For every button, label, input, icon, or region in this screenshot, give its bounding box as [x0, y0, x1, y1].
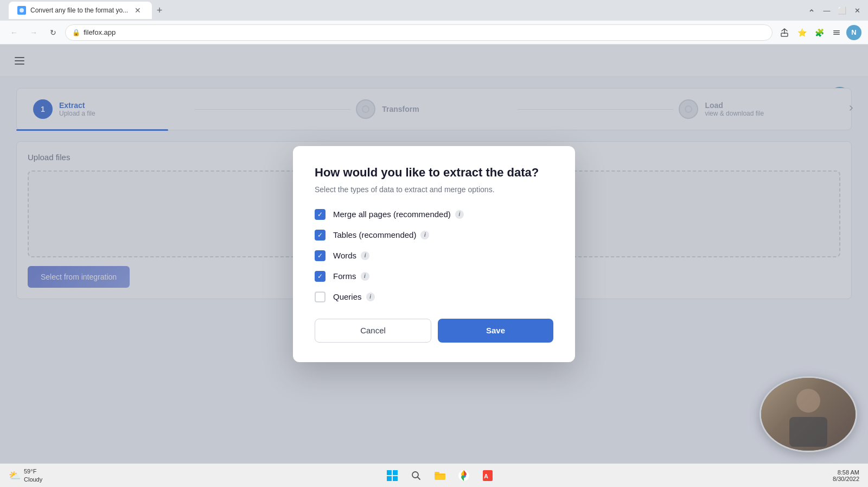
svg-rect-9	[387, 470, 392, 475]
tab-title: Convert any file to the format yo...	[30, 7, 128, 14]
active-tab[interactable]: Convert any file to the format yo... ✕	[9, 2, 152, 19]
info-icon-queries[interactable]: i	[366, 293, 375, 301]
taskbar-center: A	[51, 465, 828, 486]
address-bar[interactable]: 🔒 filefox.app	[65, 24, 773, 41]
checkbox-label-queries: Queries i	[333, 292, 375, 301]
svg-point-0	[20, 8, 24, 12]
info-icon-tables[interactable]: i	[420, 231, 429, 239]
svg-rect-12	[393, 476, 398, 481]
checkbox-label-words: Words i	[333, 251, 369, 260]
browser-profile-button[interactable]: N	[846, 25, 861, 40]
info-icon-words[interactable]: i	[361, 251, 369, 260]
weather-widget: ⛅ 59°F Cloudy	[9, 467, 42, 483]
checkbox-tables[interactable]: ✓	[315, 230, 326, 241]
checkbox-label-forms: Forms i	[333, 271, 369, 281]
extract-dialog: How would you like to extract the data? …	[293, 146, 575, 362]
window-minimize-button[interactable]: —	[820, 4, 833, 17]
info-icon-merge-all[interactable]: i	[455, 210, 464, 219]
checkbox-row-words: ✓ Words i	[315, 250, 553, 261]
svg-rect-10	[393, 470, 398, 475]
tab-close-button[interactable]: ✕	[132, 5, 143, 16]
checkbox-label-merge-all: Merge all pages (recommended) i	[333, 210, 464, 219]
title-bar: Convert any file to the format yo... ✕ +…	[0, 0, 868, 21]
checkmark-icon: ✓	[317, 232, 323, 238]
taskbar-right: 8:58 AM 8/30/2022	[833, 469, 859, 482]
checkbox-queries[interactable]	[315, 292, 326, 302]
file-explorer-button[interactable]	[430, 465, 450, 486]
window-maximize-button[interactable]: ⬜	[835, 4, 848, 17]
address-text: filefox.app	[84, 28, 116, 36]
dialog-actions: Cancel Save	[315, 319, 553, 343]
forward-button[interactable]: →	[26, 25, 41, 40]
acrobat-button[interactable]: A	[477, 465, 498, 486]
toolbar-actions: ⭐ 🧩 N	[777, 25, 861, 40]
cancel-button[interactable]: Cancel	[315, 319, 431, 343]
share-button[interactable]	[777, 25, 792, 40]
clock-time: 8:58 AM	[833, 469, 859, 476]
window-minimize-button[interactable]	[805, 4, 818, 17]
tab-favicon	[17, 6, 26, 15]
extensions-button[interactable]: 🧩	[812, 25, 827, 40]
start-button[interactable]	[382, 465, 403, 486]
checkbox-row-queries: Queries i	[315, 292, 553, 302]
checkbox-row-tables: ✓ Tables (recommended) i	[315, 230, 553, 241]
checkmark-icon: ✓	[317, 273, 323, 280]
browser-menu-button[interactable]	[829, 25, 844, 40]
checkmark-icon: ✓	[317, 211, 323, 218]
checkbox-label-tables: Tables (recommended) i	[333, 230, 429, 239]
weather-condition: Cloudy	[24, 476, 42, 483]
svg-text:A: A	[484, 473, 488, 479]
new-tab-button[interactable]: +	[152, 3, 167, 18]
checkbox-forms[interactable]: ✓	[315, 271, 326, 282]
page-content: N 1 Extract Upload a file Tran	[0, 45, 868, 463]
checkbox-merge-all[interactable]: ✓	[315, 209, 326, 220]
browser-toolbar: ← → ↻ 🔒 filefox.app ⭐ 🧩 N	[0, 21, 868, 45]
dialog-subtitle: Select the types of data to extract and …	[315, 185, 553, 194]
modal-overlay: How would you like to extract the data? …	[0, 45, 868, 463]
checkmark-icon: ✓	[317, 252, 323, 259]
weather-icon: ⛅	[9, 470, 21, 482]
weather-info: 59°F Cloudy	[24, 467, 42, 483]
tab-bar: Convert any file to the format yo... ✕ +	[4, 2, 799, 19]
save-button[interactable]: Save	[438, 319, 553, 343]
bookmark-button[interactable]: ⭐	[794, 25, 809, 40]
window-controls: — ⬜ ✕	[805, 4, 864, 17]
weather-temp: 59°F	[24, 467, 42, 475]
chrome-button[interactable]	[454, 465, 474, 486]
checkbox-row-merge-all: ✓ Merge all pages (recommended) i	[315, 209, 553, 220]
svg-rect-11	[387, 476, 392, 481]
svg-rect-2	[833, 30, 840, 31]
clock-date: 8/30/2022	[833, 476, 859, 482]
svg-point-13	[412, 472, 418, 478]
time-widget: 8:58 AM 8/30/2022	[833, 469, 859, 482]
window-close-button[interactable]: ✕	[851, 4, 864, 17]
refresh-button[interactable]: ↻	[46, 25, 61, 40]
svg-rect-3	[833, 32, 840, 33]
dialog-title: How would you like to extract the data?	[315, 166, 553, 180]
svg-rect-15	[435, 472, 439, 474]
svg-rect-4	[833, 34, 840, 35]
back-button[interactable]: ←	[7, 25, 22, 40]
checkbox-words[interactable]: ✓	[315, 250, 326, 261]
taskbar-search-button[interactable]	[406, 465, 426, 486]
checkbox-row-forms: ✓ Forms i	[315, 271, 553, 282]
info-icon-forms[interactable]: i	[361, 272, 369, 281]
lock-icon: 🔒	[72, 29, 80, 36]
taskbar: ⛅ 59°F Cloudy	[0, 463, 868, 487]
